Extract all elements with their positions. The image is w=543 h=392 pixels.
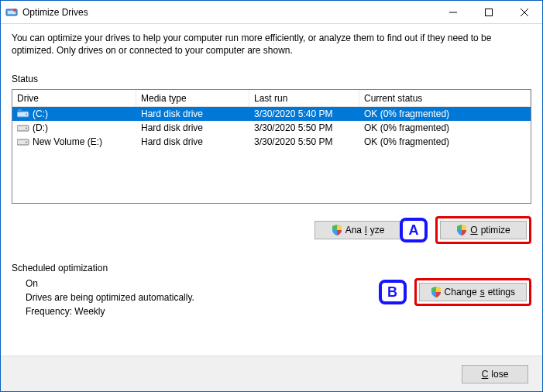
table-header-row: Drive Media type Last run Current status xyxy=(12,90,531,107)
svg-point-7 xyxy=(26,114,27,115)
drive-icon xyxy=(17,137,29,146)
drive-c-icon xyxy=(17,109,29,119)
optimize-button[interactable]: Optimize xyxy=(440,221,527,239)
app-icon xyxy=(5,6,18,19)
table-row[interactable]: New Volume (E:) Hard disk drive 3/30/202… xyxy=(12,135,531,149)
shield-icon xyxy=(332,225,342,236)
col-header-status[interactable]: Current status xyxy=(359,90,531,106)
intro-text: You can optimize your drives to help you… xyxy=(12,32,531,57)
maximize-button[interactable] xyxy=(471,1,507,24)
shield-icon xyxy=(456,225,467,236)
change-label-pre: Change xyxy=(445,287,477,297)
drive-status: OK (0% fragmented) xyxy=(359,122,531,133)
svg-rect-6 xyxy=(18,109,22,112)
highlight-change-settings: Change settings xyxy=(414,278,531,306)
scheduled-line1: Drives are being optimized automatically… xyxy=(26,292,379,303)
col-header-last[interactable]: Last run xyxy=(249,90,359,106)
close-window-button[interactable] xyxy=(507,1,542,24)
close-label-post: lose xyxy=(491,369,508,380)
optimize-label-u: O xyxy=(470,225,477,236)
drive-name: (D:) xyxy=(33,122,48,133)
scheduled-label: Scheduled optimization xyxy=(12,263,531,273)
svg-rect-3 xyxy=(449,12,457,12)
title-bar: Optimize Drives xyxy=(1,1,542,24)
annotation-b: B xyxy=(379,280,407,304)
change-settings-button[interactable]: Change settings xyxy=(419,283,527,301)
drive-last: 3/30/2020 5:50 PM xyxy=(249,122,359,133)
drive-media: Hard disk drive xyxy=(136,108,249,119)
svg-point-9 xyxy=(26,128,27,129)
optimize-label-post: ptimize xyxy=(481,225,510,236)
annotation-a: A xyxy=(400,218,428,242)
drive-media: Hard disk drive xyxy=(136,122,249,133)
drives-table: Drive Media type Last run Current status… xyxy=(12,89,531,204)
analyze-label-post: yze xyxy=(370,225,385,236)
close-label-u: C xyxy=(482,369,489,380)
minimize-button[interactable] xyxy=(435,1,471,24)
drive-status: OK (0% fragmented) xyxy=(359,136,531,147)
col-header-media[interactable]: Media type xyxy=(136,90,249,106)
drive-last: 3/30/2020 5:40 PM xyxy=(249,108,359,119)
drive-last: 3/30/2020 5:50 PM xyxy=(249,136,359,147)
scheduled-line2: Frequency: Weekly xyxy=(26,306,379,317)
svg-rect-4 xyxy=(486,9,493,15)
drive-icon xyxy=(17,123,29,132)
shield-icon xyxy=(431,287,442,297)
svg-point-2 xyxy=(13,9,16,12)
scheduled-on: On xyxy=(26,278,379,289)
drive-status: OK (0% fragmented) xyxy=(359,108,531,119)
window-title: Optimize Drives xyxy=(22,7,435,18)
analyze-label-u: l xyxy=(365,225,367,236)
change-label-post: ettings xyxy=(488,287,515,297)
close-button[interactable]: Close xyxy=(462,365,528,383)
table-row[interactable]: (D:) Hard disk drive 3/30/2020 5:50 PM O… xyxy=(12,121,531,135)
svg-point-11 xyxy=(26,142,27,143)
drive-name: (C:) xyxy=(33,108,48,119)
table-row[interactable]: (C:) Hard disk drive 3/30/2020 5:40 PM O… xyxy=(12,107,531,121)
drive-name: New Volume (E:) xyxy=(33,136,102,147)
col-header-drive[interactable]: Drive xyxy=(12,90,136,106)
drive-actions: Analyze A Optimize xyxy=(12,216,531,244)
dialog-footer: Close xyxy=(1,356,542,391)
highlight-optimize: Optimize xyxy=(435,216,531,244)
analyze-label-pre: Ana xyxy=(345,225,362,236)
status-label: Status xyxy=(12,74,531,84)
drive-media: Hard disk drive xyxy=(136,136,249,147)
analyze-button[interactable]: Analyze xyxy=(314,221,401,239)
change-label-u: s xyxy=(480,287,485,297)
